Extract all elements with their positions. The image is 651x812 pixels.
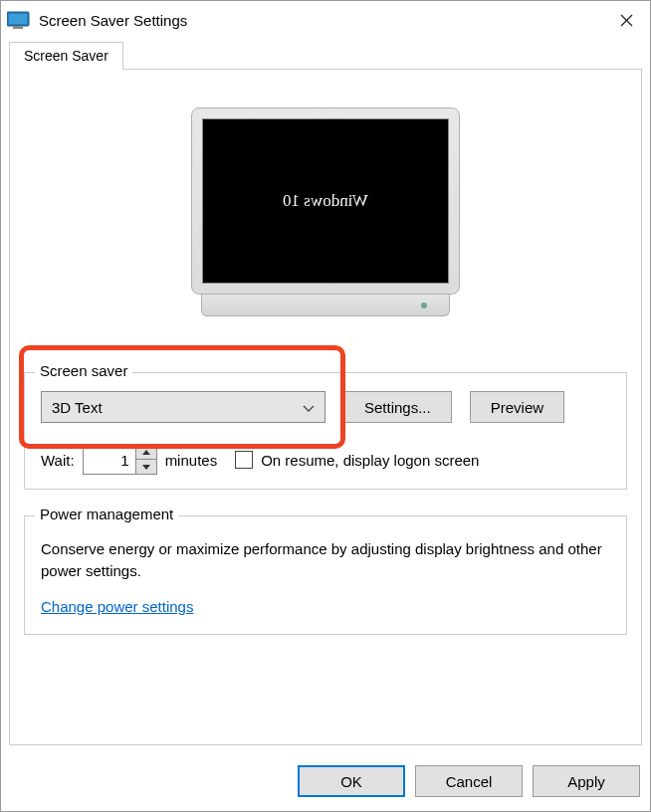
cancel-button[interactable]: Cancel (415, 765, 523, 797)
titlebar: Screen Saver Settings (1, 1, 650, 39)
window-title: Screen Saver Settings (39, 12, 608, 29)
resume-checkbox[interactable] (235, 451, 253, 469)
tab-screen-saver[interactable]: Screen Saver (9, 42, 123, 70)
svg-marker-5 (142, 450, 150, 455)
dropdown-value: 3D Text (52, 399, 103, 416)
screensaver-group: Screen saver 3D Text Settings... Preview… (24, 372, 627, 490)
preview-area: Windows 10 (24, 84, 627, 334)
footer: OK Cancel Apply (1, 753, 650, 811)
monitor-screen: Windows 10 (202, 118, 449, 284)
wait-spinner (83, 445, 157, 475)
resume-checkbox-wrap: On resume, display logon screen (235, 451, 479, 469)
content-area: Windows 10 Screen saver 3D Text (9, 69, 642, 745)
close-button[interactable] (608, 6, 644, 34)
settings-button[interactable]: Settings... (343, 391, 452, 423)
power-group-label: Power management (35, 506, 178, 522)
spinner-up-button[interactable] (136, 446, 156, 460)
monitor-base (201, 295, 450, 316)
wait-unit: minutes (165, 452, 218, 469)
power-description: Conserve energy or maximize performance … (41, 538, 610, 582)
wait-label: Wait: (41, 452, 75, 469)
svg-rect-1 (9, 14, 27, 24)
wait-input[interactable] (84, 446, 135, 474)
power-management-group: Power management Conserve energy or maxi… (24, 515, 627, 635)
monitor-led-icon (421, 303, 427, 308)
triangle-down-icon (142, 465, 150, 470)
preview-button[interactable]: Preview (470, 391, 564, 423)
preview-text: Windows 10 (283, 191, 368, 211)
ok-button[interactable]: OK (298, 765, 405, 797)
triangle-up-icon (142, 450, 150, 455)
tab-strip: Screen Saver (1, 41, 650, 69)
close-icon (620, 14, 633, 27)
dropdown-row: 3D Text Settings... Preview (41, 391, 610, 423)
app-icon (7, 10, 31, 30)
monitor-frame: Windows 10 (191, 107, 460, 295)
resume-checkbox-label: On resume, display logon screen (261, 452, 479, 469)
svg-marker-6 (142, 465, 150, 470)
monitor-preview: Windows 10 (191, 107, 460, 316)
change-power-settings-link[interactable]: Change power settings (41, 598, 193, 615)
screensaver-group-label: Screen saver (35, 362, 132, 379)
wait-row: Wait: minutes On resume, disp (41, 445, 610, 475)
settings-window: Screen Saver Settings Screen Saver Windo… (0, 0, 651, 812)
spinner-buttons (135, 446, 156, 474)
apply-button[interactable]: Apply (533, 765, 640, 797)
chevron-down-icon (303, 399, 315, 416)
screensaver-dropdown[interactable]: 3D Text (41, 391, 326, 423)
svg-rect-2 (13, 26, 23, 29)
spinner-down-button[interactable] (136, 460, 156, 474)
